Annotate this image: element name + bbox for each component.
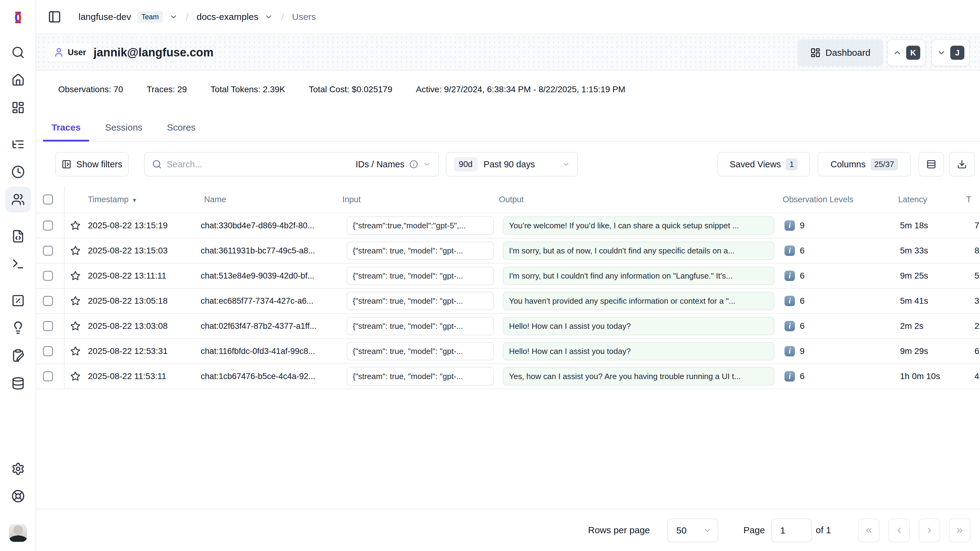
cell-output[interactable]: Hello! How can I assist you today? bbox=[503, 342, 775, 360]
star-icon[interactable] bbox=[70, 371, 81, 382]
row-checkbox[interactable] bbox=[43, 346, 53, 357]
saved-views-label: Saved Views bbox=[730, 159, 781, 169]
table-row[interactable]: 2025-08-22 13:05:18chat:ec685f77-7374-42… bbox=[36, 289, 980, 314]
time-range-button[interactable]: 90d Past 90 days bbox=[446, 152, 578, 177]
col-header-truncated[interactable]: T bbox=[966, 195, 971, 204]
cell-input[interactable]: {"stream": true, "model": "gpt-... bbox=[347, 317, 494, 335]
info-icon[interactable] bbox=[409, 160, 418, 169]
star-icon[interactable] bbox=[70, 295, 81, 306]
cell-name: chat:02f63f47-87b2-4377-a1ff... bbox=[201, 322, 317, 331]
dashboard-button[interactable]: Dashboard bbox=[797, 39, 883, 66]
row-checkbox[interactable] bbox=[43, 296, 53, 306]
cell-timestamp: 2025-08-22 12:53:31 bbox=[88, 346, 168, 356]
square-percent-icon[interactable] bbox=[11, 294, 25, 307]
cell-output[interactable]: You haven't provided any specific inform… bbox=[503, 292, 775, 310]
table-row[interactable]: 2025-08-22 11:53:11chat:1cb67476-b5ce-4c… bbox=[36, 364, 980, 389]
user-avatar[interactable] bbox=[9, 524, 27, 542]
chevron-down-icon[interactable] bbox=[169, 13, 178, 21]
chevron-down-icon[interactable] bbox=[423, 160, 431, 168]
row-checkbox[interactable] bbox=[43, 321, 53, 331]
life-buoy-icon[interactable] bbox=[11, 489, 25, 503]
settings-gear-icon[interactable] bbox=[11, 462, 25, 476]
lightbulb-icon[interactable] bbox=[11, 321, 25, 334]
layout-dashboard-icon[interactable] bbox=[11, 101, 25, 114]
col-header-input[interactable]: Input bbox=[342, 195, 361, 204]
tab-sessions[interactable]: Sessions bbox=[97, 114, 151, 141]
org-plan-badge: Team bbox=[137, 11, 163, 23]
breadcrumb-project[interactable]: docs-examples bbox=[197, 12, 259, 22]
last-page-button[interactable] bbox=[949, 519, 970, 542]
col-header-name[interactable]: Name bbox=[204, 195, 226, 204]
previous-item-button[interactable]: K bbox=[887, 39, 926, 66]
star-icon[interactable] bbox=[70, 220, 81, 231]
cell-input[interactable]: {"stream": true, "model": "gpt-... bbox=[347, 342, 494, 360]
cell-output[interactable]: You’re welcome! If you’d like, I can sha… bbox=[503, 217, 775, 235]
cell-input[interactable]: {"stream": true, "model": "gpt-... bbox=[347, 242, 494, 260]
select-all-checkbox[interactable] bbox=[43, 194, 53, 205]
search-box[interactable]: IDs / Names bbox=[144, 152, 439, 177]
next-item-button[interactable]: J bbox=[931, 39, 970, 66]
clipboard-pen-icon[interactable] bbox=[11, 349, 25, 362]
row-checkbox[interactable] bbox=[43, 271, 53, 281]
observation-level-count: 6 bbox=[800, 271, 805, 281]
star-icon[interactable] bbox=[70, 245, 81, 256]
cell-output[interactable]: I'm sorry, but as of now, I couldn't fin… bbox=[503, 242, 775, 260]
saved-views-button[interactable]: Saved Views 1 bbox=[718, 152, 810, 177]
tab-traces[interactable]: Traces bbox=[43, 114, 89, 141]
table-row[interactable]: 2025-08-22 13:15:19chat:330bd4e7-d869-4b… bbox=[36, 213, 980, 239]
cell-observation-levels: i6 bbox=[784, 371, 805, 382]
cell-output[interactable]: Yes, how can I assist you? Are you havin… bbox=[503, 367, 775, 385]
row-checkbox[interactable] bbox=[43, 246, 53, 256]
stat-observations: Observations: 70 bbox=[58, 84, 123, 94]
table-row[interactable]: 2025-08-22 13:11:11chat:513e84e9-9039-42… bbox=[36, 264, 980, 289]
row-checkbox[interactable] bbox=[43, 221, 53, 231]
next-page-button[interactable] bbox=[919, 519, 940, 542]
clock-icon[interactable] bbox=[11, 165, 25, 179]
rows-per-page-select[interactable]: 50 bbox=[667, 519, 718, 542]
home-icon[interactable] bbox=[11, 73, 25, 87]
stat-active-range: Active: 9/27/2024, 6:38:34 PM - 8/22/202… bbox=[416, 84, 625, 94]
col-header-latency[interactable]: Latency bbox=[898, 195, 927, 204]
info-level-badge: i bbox=[784, 245, 795, 256]
export-download-button[interactable] bbox=[949, 152, 975, 177]
rows-per-page-label: Rows per page bbox=[588, 525, 650, 535]
cell-output[interactable]: I'm sorry, but I couldn't find any infor… bbox=[503, 267, 775, 285]
chevron-down-icon[interactable] bbox=[264, 13, 273, 21]
star-icon[interactable] bbox=[70, 270, 81, 281]
search-icon[interactable] bbox=[11, 46, 25, 59]
cell-tokens-partial: 3 bbox=[975, 296, 979, 306]
search-scope-label[interactable]: IDs / Names bbox=[355, 159, 404, 169]
row-height-button[interactable] bbox=[918, 152, 944, 177]
breadcrumb-org[interactable]: langfuse-dev bbox=[78, 12, 131, 22]
database-icon[interactable] bbox=[11, 377, 25, 390]
page-number-input[interactable] bbox=[771, 519, 812, 542]
table-row[interactable]: 2025-08-22 13:15:03chat:3611931b-bc77-49… bbox=[36, 239, 980, 264]
cell-input[interactable]: {"stream": true, "model": "gpt-... bbox=[347, 367, 494, 385]
panel-left-toggle-icon[interactable] bbox=[48, 10, 61, 24]
star-icon[interactable] bbox=[70, 320, 81, 331]
cell-input[interactable]: {"stream": true, "model": "gpt-... bbox=[347, 292, 494, 310]
first-page-button[interactable] bbox=[858, 519, 880, 542]
columns-label: Columns bbox=[830, 159, 865, 169]
cell-input[interactable]: {"stream":true,"model":"gpt-5",... bbox=[347, 217, 494, 235]
cell-latency: 5m 18s bbox=[900, 221, 928, 231]
col-header-observation-levels[interactable]: Observation Levels bbox=[783, 195, 853, 204]
star-icon[interactable] bbox=[70, 346, 81, 357]
tab-scores[interactable]: Scores bbox=[158, 114, 204, 141]
row-checkbox[interactable] bbox=[43, 371, 53, 382]
previous-page-button[interactable] bbox=[888, 519, 910, 542]
cell-observation-levels: i6 bbox=[784, 321, 805, 331]
users-icon[interactable] bbox=[11, 193, 25, 206]
table-row[interactable]: 2025-08-22 12:53:31chat:116fbfdc-0fd3-41… bbox=[36, 339, 980, 364]
list-tree-icon[interactable] bbox=[11, 138, 25, 151]
columns-button[interactable]: Columns 25/37 bbox=[818, 152, 911, 177]
file-code-icon[interactable] bbox=[11, 229, 25, 243]
col-header-output[interactable]: Output bbox=[499, 195, 524, 204]
cell-output[interactable]: Hello! How can I assist you today? bbox=[503, 317, 775, 335]
show-filters-button[interactable]: Show filters bbox=[55, 152, 129, 177]
terminal-icon[interactable] bbox=[11, 257, 25, 271]
cell-input[interactable]: {"stream": true, "model": "gpt-... bbox=[347, 267, 494, 285]
search-input[interactable] bbox=[167, 159, 350, 169]
table-row[interactable]: 2025-08-22 13:03:08chat:02f63f47-87b2-43… bbox=[36, 314, 980, 339]
col-header-timestamp[interactable]: Timestamp▼ bbox=[88, 195, 137, 204]
